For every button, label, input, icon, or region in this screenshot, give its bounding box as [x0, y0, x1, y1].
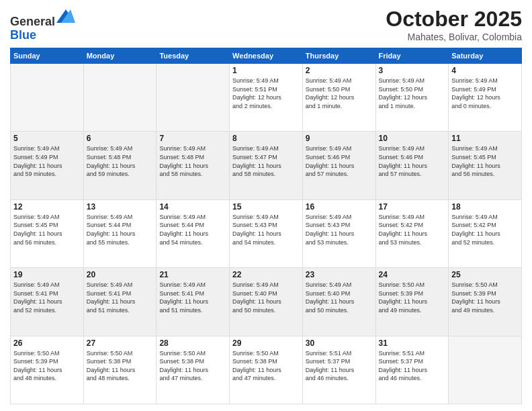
day-info: Sunrise: 5:49 AM Sunset: 5:41 PM Dayligh… [13, 281, 81, 314]
calendar-cell: 6Sunrise: 5:49 AM Sunset: 5:48 PM Daylig… [83, 132, 157, 199]
day-number: 29 [232, 338, 300, 348]
day-number: 19 [13, 270, 81, 279]
day-info: Sunrise: 5:51 AM Sunset: 5:37 PM Dayligh… [306, 349, 373, 383]
logo-blue: Blue [10, 28, 36, 42]
calendar-cell: 31Sunrise: 5:51 AM Sunset: 5:37 PM Dayli… [375, 336, 449, 404]
calendar-cell: 1Sunrise: 5:49 AM Sunset: 5:51 PM Daylig… [230, 64, 303, 132]
day-number: 27 [87, 338, 154, 348]
day-number: 8 [232, 134, 300, 143]
day-info: Sunrise: 5:49 AM Sunset: 5:49 PM Dayligh… [451, 77, 519, 110]
day-info: Sunrise: 5:49 AM Sunset: 5:44 PM Dayligh… [159, 213, 226, 246]
calendar-cell: 23Sunrise: 5:49 AM Sunset: 5:40 PM Dayli… [302, 268, 375, 336]
logo-blue-text: Blue [10, 29, 75, 42]
day-number: 3 [379, 66, 446, 75]
calendar-table: SundayMondayTuesdayWednesdayThursdayFrid… [10, 48, 522, 404]
day-info: Sunrise: 5:49 AM Sunset: 5:42 PM Dayligh… [379, 213, 446, 246]
day-info: Sunrise: 5:49 AM Sunset: 5:45 PM Dayligh… [13, 213, 81, 246]
day-number: 2 [306, 66, 373, 75]
calendar-cell: 16Sunrise: 5:49 AM Sunset: 5:43 PM Dayli… [302, 199, 375, 267]
day-number: 21 [159, 270, 226, 279]
calendar-cell: 30Sunrise: 5:51 AM Sunset: 5:37 PM Dayli… [302, 336, 375, 404]
day-number: 5 [13, 134, 81, 143]
day-info: Sunrise: 5:51 AM Sunset: 5:37 PM Dayligh… [379, 349, 446, 383]
day-info: Sunrise: 5:49 AM Sunset: 5:46 PM Dayligh… [379, 144, 446, 178]
day-number: 20 [87, 270, 154, 279]
calendar-cell: 24Sunrise: 5:50 AM Sunset: 5:39 PM Dayli… [375, 268, 449, 336]
day-info: Sunrise: 5:49 AM Sunset: 5:49 PM Dayligh… [13, 144, 81, 178]
day-info: Sunrise: 5:49 AM Sunset: 5:43 PM Dayligh… [306, 213, 373, 246]
day-info: Sunrise: 5:49 AM Sunset: 5:40 PM Dayligh… [232, 281, 300, 314]
calendar-cell: 18Sunrise: 5:49 AM Sunset: 5:42 PM Dayli… [449, 199, 522, 267]
day-info: Sunrise: 5:50 AM Sunset: 5:38 PM Dayligh… [159, 349, 226, 383]
calendar-cell: 3Sunrise: 5:49 AM Sunset: 5:50 PM Daylig… [375, 64, 449, 132]
day-info: Sunrise: 5:49 AM Sunset: 5:48 PM Dayligh… [159, 144, 226, 178]
calendar-cell: 12Sunrise: 5:49 AM Sunset: 5:45 PM Dayli… [11, 199, 84, 267]
day-number: 11 [451, 134, 519, 143]
day-info: Sunrise: 5:49 AM Sunset: 5:50 PM Dayligh… [379, 77, 446, 110]
day-info: Sunrise: 5:50 AM Sunset: 5:39 PM Dayligh… [379, 281, 446, 314]
day-info: Sunrise: 5:49 AM Sunset: 5:42 PM Dayligh… [451, 213, 519, 246]
day-number: 14 [159, 202, 226, 212]
day-info: Sunrise: 5:50 AM Sunset: 5:39 PM Dayligh… [13, 349, 81, 383]
day-header-thursday: Thursday [302, 48, 375, 64]
logo: General Blue [10, 7, 75, 42]
day-number: 12 [13, 202, 81, 212]
calendar-cell: 17Sunrise: 5:49 AM Sunset: 5:42 PM Dayli… [375, 199, 449, 267]
day-number: 16 [306, 202, 373, 212]
day-number: 31 [379, 338, 446, 348]
calendar-cell: 22Sunrise: 5:49 AM Sunset: 5:40 PM Dayli… [230, 268, 303, 336]
calendar-cell: 8Sunrise: 5:49 AM Sunset: 5:47 PM Daylig… [230, 132, 303, 199]
day-info: Sunrise: 5:49 AM Sunset: 5:45 PM Dayligh… [451, 144, 519, 178]
day-info: Sunrise: 5:49 AM Sunset: 5:47 PM Dayligh… [232, 144, 300, 178]
calendar-cell: 20Sunrise: 5:49 AM Sunset: 5:41 PM Dayli… [83, 268, 157, 336]
day-number: 18 [451, 202, 519, 212]
day-info: Sunrise: 5:49 AM Sunset: 5:50 PM Dayligh… [306, 77, 373, 110]
logo-icon [56, 7, 75, 26]
title-block: October 2025 Mahates, Bolivar, Colombia [386, 7, 522, 42]
calendar-cell: 21Sunrise: 5:49 AM Sunset: 5:41 PM Dayli… [157, 268, 230, 336]
day-number: 23 [306, 270, 373, 279]
calendar-week-row: 19Sunrise: 5:49 AM Sunset: 5:41 PM Dayli… [11, 268, 522, 336]
day-number: 24 [379, 270, 446, 279]
calendar-cell [83, 64, 157, 132]
day-info: Sunrise: 5:49 AM Sunset: 5:51 PM Dayligh… [232, 77, 300, 110]
logo-general: General [10, 15, 55, 28]
day-info: Sunrise: 5:49 AM Sunset: 5:44 PM Dayligh… [87, 213, 154, 246]
location-subtitle: Mahates, Bolivar, Colombia [386, 32, 522, 42]
calendar-week-row: 5Sunrise: 5:49 AM Sunset: 5:49 PM Daylig… [11, 132, 522, 199]
page: General Blue October 2025 Mahates, Boliv… [0, 0, 532, 411]
day-number: 1 [232, 66, 300, 75]
calendar-week-row: 12Sunrise: 5:49 AM Sunset: 5:45 PM Dayli… [11, 199, 522, 267]
calendar-cell: 11Sunrise: 5:49 AM Sunset: 5:45 PM Dayli… [449, 132, 522, 199]
day-info: Sunrise: 5:49 AM Sunset: 5:40 PM Dayligh… [306, 281, 373, 314]
day-header-tuesday: Tuesday [157, 48, 230, 64]
calendar-cell: 2Sunrise: 5:49 AM Sunset: 5:50 PM Daylig… [302, 64, 375, 132]
day-header-monday: Monday [83, 48, 157, 64]
day-number: 26 [13, 338, 81, 348]
month-title: October 2025 [386, 7, 522, 32]
calendar-cell [449, 336, 522, 404]
header: General Blue October 2025 Mahates, Boliv… [10, 7, 522, 42]
day-number: 17 [379, 202, 446, 212]
day-number: 7 [159, 134, 226, 143]
day-number: 6 [87, 134, 154, 143]
calendar-cell [11, 64, 84, 132]
calendar-cell: 19Sunrise: 5:49 AM Sunset: 5:41 PM Dayli… [11, 268, 84, 336]
day-number: 28 [159, 338, 226, 348]
day-number: 9 [306, 134, 373, 143]
calendar-cell [157, 64, 230, 132]
calendar-week-row: 1Sunrise: 5:49 AM Sunset: 5:51 PM Daylig… [11, 64, 522, 132]
calendar-cell: 10Sunrise: 5:49 AM Sunset: 5:46 PM Dayli… [375, 132, 449, 199]
day-info: Sunrise: 5:50 AM Sunset: 5:38 PM Dayligh… [232, 349, 300, 383]
calendar-cell: 29Sunrise: 5:50 AM Sunset: 5:38 PM Dayli… [230, 336, 303, 404]
day-info: Sunrise: 5:49 AM Sunset: 5:41 PM Dayligh… [87, 281, 154, 314]
day-info: Sunrise: 5:50 AM Sunset: 5:39 PM Dayligh… [451, 281, 519, 314]
calendar-cell: 4Sunrise: 5:49 AM Sunset: 5:49 PM Daylig… [449, 64, 522, 132]
day-info: Sunrise: 5:49 AM Sunset: 5:46 PM Dayligh… [306, 144, 373, 178]
calendar-cell: 14Sunrise: 5:49 AM Sunset: 5:44 PM Dayli… [157, 199, 230, 267]
calendar-header-row: SundayMondayTuesdayWednesdayThursdayFrid… [11, 48, 522, 64]
calendar-cell: 27Sunrise: 5:50 AM Sunset: 5:38 PM Dayli… [83, 336, 157, 404]
calendar-cell: 7Sunrise: 5:49 AM Sunset: 5:48 PM Daylig… [157, 132, 230, 199]
day-header-sunday: Sunday [11, 48, 84, 64]
day-header-friday: Friday [375, 48, 449, 64]
